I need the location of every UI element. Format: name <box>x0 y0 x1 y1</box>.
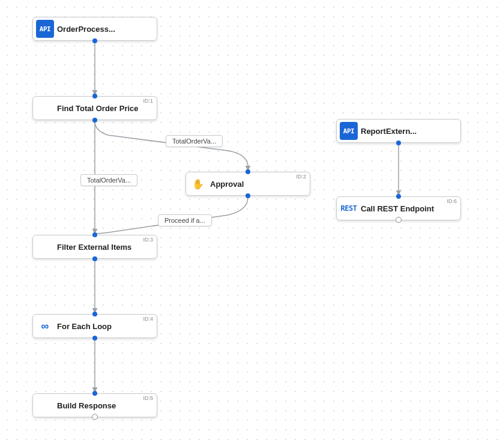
node-approval[interactable]: ✋ Approval ID:2 <box>185 172 310 196</box>
api-icon: API <box>36 20 54 38</box>
port-out[interactable] <box>92 336 97 341</box>
hand-icon: ✋ <box>189 175 207 193</box>
edge-label-proceed[interactable]: Proceed if a... <box>158 214 212 226</box>
node-id-badge: ID:5 <box>143 395 153 401</box>
node-id-badge: ID:3 <box>143 237 153 243</box>
node-find-total-order-price[interactable]: Find Total Order Price ID:1 <box>32 96 157 120</box>
edge-label-totalorder-right[interactable]: TotalOrderVa... <box>166 135 223 147</box>
port-out[interactable] <box>396 217 402 223</box>
api-icon: API <box>340 122 358 140</box>
node-id-badge: ID:1 <box>143 98 153 104</box>
edge-label-totalorder-left[interactable]: TotalOrderVa... <box>80 174 137 186</box>
mapper-icon <box>36 396 54 414</box>
node-label: ReportExtern... <box>361 127 460 136</box>
node-id-badge: ID:6 <box>447 198 457 204</box>
node-label: Approval <box>210 180 310 189</box>
port-in[interactable] <box>245 169 250 174</box>
mapper-icon <box>36 99 54 117</box>
port-in[interactable] <box>92 232 97 237</box>
port-in[interactable] <box>92 94 97 98</box>
edges-layer <box>0 0 500 448</box>
node-order-process[interactable]: API OrderProcess... <box>32 17 157 41</box>
port-out[interactable] <box>92 256 97 261</box>
port-out[interactable] <box>92 38 97 43</box>
node-call-rest-endpoint[interactable]: REST Call REST Endpoint ID:6 <box>336 196 461 220</box>
port-in[interactable] <box>92 312 97 316</box>
node-label: Build Response <box>57 401 157 410</box>
node-id-badge: ID:2 <box>296 174 306 180</box>
node-label: Find Total Order Price <box>57 104 157 113</box>
rest-icon: REST <box>340 199 358 217</box>
port-out[interactable] <box>245 193 250 198</box>
port-out[interactable] <box>92 414 98 420</box>
port-in[interactable] <box>92 391 97 396</box>
node-label: For Each Loop <box>57 322 157 331</box>
node-label: OrderProcess... <box>57 25 157 34</box>
node-build-response[interactable]: Build Response ID:5 <box>32 393 157 417</box>
node-label: Call REST Endpoint <box>361 204 460 213</box>
workflow-canvas[interactable]: API OrderProcess... Find Total Order Pri… <box>0 0 500 448</box>
mapper-icon <box>36 238 54 256</box>
port-out[interactable] <box>92 118 97 123</box>
node-label: Filter External Items <box>57 243 157 252</box>
node-for-each-loop[interactable]: ∞ For Each Loop ID:4 <box>32 314 157 338</box>
port-out[interactable] <box>396 141 401 145</box>
node-id-badge: ID:4 <box>143 316 153 322</box>
node-filter-external-items[interactable]: Filter External Items ID:3 <box>32 235 157 259</box>
loop-icon: ∞ <box>36 317 54 335</box>
node-report-extern[interactable]: API ReportExtern... <box>336 119 461 143</box>
port-in[interactable] <box>396 194 401 199</box>
